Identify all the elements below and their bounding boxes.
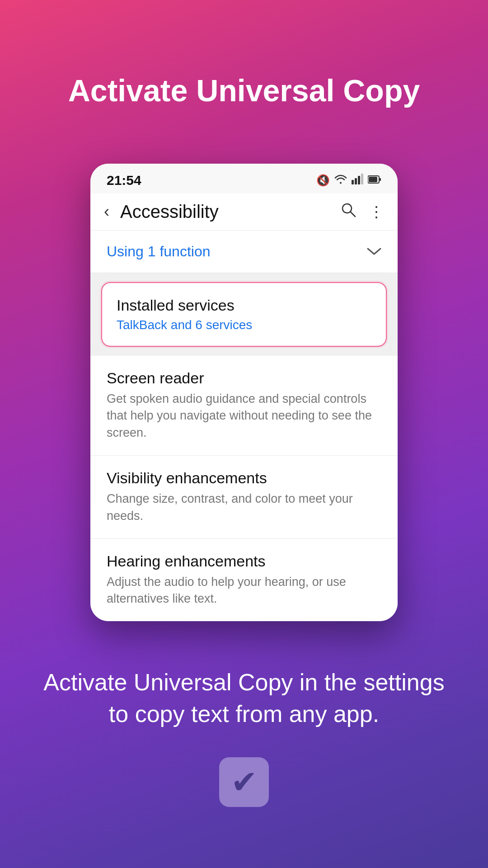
phone-mockup: 21:54 🔇 (90, 164, 398, 622)
status-bar: 21:54 🔇 (90, 164, 398, 193)
signal-icon (352, 174, 363, 187)
installed-services-subtitle: TalkBack and 6 services (117, 318, 371, 332)
back-button[interactable]: ‹ (104, 202, 109, 221)
battery-icon (368, 174, 381, 187)
chevron-down-icon (367, 244, 381, 259)
using-function-label: Using 1 function (107, 243, 210, 260)
svg-rect-3 (361, 174, 363, 184)
hearing-enhancements-item[interactable]: Hearing enhancements Adjust the audio to… (90, 539, 398, 622)
mute-icon: 🔇 (316, 174, 330, 187)
screen-reader-desc: Get spoken audio guidance and special co… (107, 391, 381, 442)
search-icon[interactable] (341, 202, 356, 221)
status-time: 21:54 (107, 173, 141, 188)
svg-line-8 (351, 212, 355, 217)
hearing-enhancements-desc: Adjust the audio to help your hearing, o… (107, 574, 381, 608)
svg-rect-5 (369, 177, 377, 182)
status-icons: 🔇 (316, 174, 381, 187)
wifi-icon (334, 174, 347, 187)
more-icon[interactable]: ⋮ (369, 203, 384, 221)
svg-rect-6 (380, 178, 381, 181)
checkmark-button[interactable]: ✔ (219, 757, 269, 807)
svg-point-7 (343, 204, 352, 213)
nav-bar: ‹ Accessibility ⋮ (90, 193, 398, 231)
svg-rect-2 (358, 176, 360, 184)
visibility-enhancements-desc: Change size, contrast, and color to meet… (107, 491, 381, 525)
screen-reader-item[interactable]: Screen reader Get spoken audio guidance … (90, 356, 398, 456)
installed-services-title: Installed services (117, 297, 371, 314)
installed-services-item[interactable]: Installed services TalkBack and 6 servic… (101, 282, 387, 347)
hearing-enhancements-title: Hearing enhancements (107, 552, 381, 570)
nav-title: Accessibility (120, 202, 341, 222)
visibility-enhancements-item[interactable]: Visibility enhancements Change size, con… (90, 456, 398, 539)
checkmark-icon: ✔ (231, 764, 258, 801)
footer-text: Activate Universal Copy in the settings … (0, 666, 488, 730)
screen-reader-title: Screen reader (107, 369, 381, 387)
svg-rect-0 (352, 180, 354, 184)
visibility-enhancements-title: Visibility enhancements (107, 469, 381, 487)
page-main-title: Activate Universal Copy (32, 72, 456, 109)
svg-rect-1 (355, 178, 357, 184)
using-function-bar[interactable]: Using 1 function (90, 231, 398, 273)
nav-actions: ⋮ (341, 202, 384, 221)
